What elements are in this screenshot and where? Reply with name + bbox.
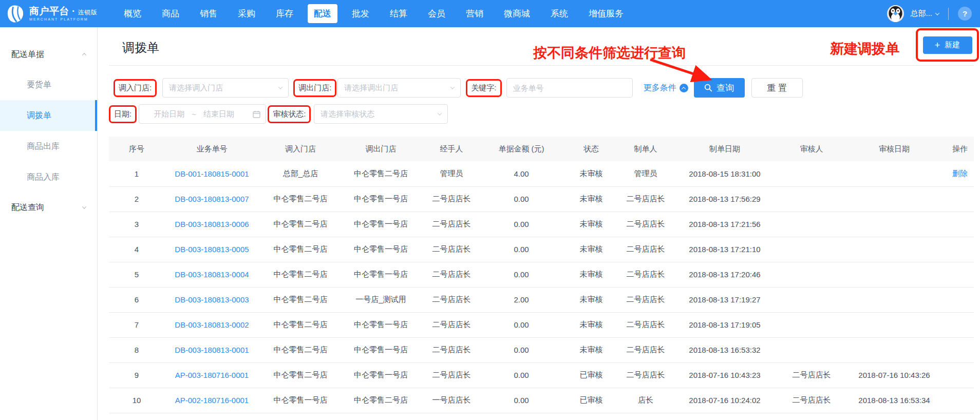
cell-amount: 0.00 bbox=[483, 212, 560, 237]
annotation-filter-note: 按不同条件筛选进行查询 bbox=[533, 44, 686, 62]
search-button[interactable]: 查询 bbox=[694, 78, 745, 98]
nav-item[interactable]: 增值服务 bbox=[582, 4, 630, 23]
more-conditions-link[interactable]: 更多条件 bbox=[644, 83, 688, 93]
cell-amount: 0.00 bbox=[483, 186, 560, 212]
cell-auditor bbox=[781, 312, 842, 337]
table-row: 1 DB-001-180815-0001 总部_总店 中仑零售二号店 管理员 4… bbox=[109, 161, 974, 186]
cell-auditor bbox=[781, 161, 842, 186]
transfer-order-table: 序号 业务单号 调入门店 调出门店 经手人 单据金额 (元) 状态 bbox=[109, 137, 974, 413]
nav-item[interactable]: 系统 bbox=[544, 4, 574, 23]
cell-action bbox=[946, 337, 974, 362]
date-end-placeholder: 结束日期 bbox=[203, 109, 234, 119]
brand-logo-icon bbox=[7, 5, 24, 23]
nav-item[interactable]: 销售 bbox=[194, 4, 223, 23]
cell-creator: 二号店店长 bbox=[623, 212, 669, 237]
cell-action bbox=[946, 362, 974, 388]
keyword-input[interactable] bbox=[506, 78, 633, 98]
table-row: 10 AP-002-180716-0001 中仑零售一号店 中仑零售二号店 一号… bbox=[109, 388, 974, 413]
nav-item[interactable]: 批发 bbox=[346, 4, 375, 23]
cell-handler: 二号店店长 bbox=[420, 287, 483, 312]
store-out-select[interactable]: 请选择调出门店 bbox=[337, 78, 461, 98]
cell-index: 4 bbox=[109, 237, 164, 262]
nav-item[interactable]: 结算 bbox=[384, 4, 413, 23]
cell-store-in: 总部_总店 bbox=[259, 161, 342, 186]
nav-item[interactable]: 营销 bbox=[460, 4, 489, 23]
cell-store-in: 中仑零售一号店 bbox=[259, 388, 342, 413]
cell-auditor: 二号店店长 bbox=[781, 388, 842, 413]
nav-item[interactable]: 商品 bbox=[156, 4, 185, 23]
chevron-down-icon[interactable] bbox=[935, 11, 939, 15]
cell-creator: 二号店店长 bbox=[623, 262, 669, 287]
cell-index: 5 bbox=[109, 262, 164, 287]
cell-action bbox=[946, 237, 974, 262]
order-no-link[interactable]: AP-003-180716-0001 bbox=[175, 371, 249, 379]
cell-status: 未审核 bbox=[560, 237, 623, 262]
cell-store-out: 中仑零售一号店 bbox=[342, 186, 420, 212]
cell-action bbox=[946, 212, 974, 237]
sidebar-group-delivery-orders[interactable]: 配送单据 bbox=[0, 40, 97, 69]
order-no-link[interactable]: DB-003-180813-0006 bbox=[175, 220, 249, 228]
cell-order-no: DB-003-180813-0001 bbox=[164, 337, 259, 362]
sidebar-item-request-order[interactable]: 要货单 bbox=[0, 69, 97, 100]
cell-action: 删除 bbox=[946, 161, 974, 186]
nav-item[interactable]: 会员 bbox=[422, 4, 451, 23]
audit-status-select[interactable]: 请选择审核状态 bbox=[314, 104, 448, 124]
column-header: 调出门店 bbox=[342, 137, 420, 161]
user-avatar[interactable] bbox=[887, 5, 904, 22]
cell-action bbox=[946, 312, 974, 337]
keyword-label: 关键字: bbox=[466, 79, 501, 97]
cell-action bbox=[946, 287, 974, 312]
date-range-input[interactable]: 开始日期 ~ 结束日期 bbox=[139, 104, 266, 124]
create-button[interactable]: + 新建 bbox=[923, 36, 972, 54]
reset-button[interactable]: 重 置 bbox=[751, 78, 803, 98]
cell-store-in: 中仑零售二号店 bbox=[259, 262, 342, 287]
cell-creator: 管理员 bbox=[623, 161, 669, 186]
more-conditions-label: 更多条件 bbox=[644, 83, 676, 93]
top-right: 总部... ? bbox=[887, 5, 980, 22]
sidebar-item-goods-inbound[interactable]: 商品入库 bbox=[0, 162, 97, 193]
cell-created-at: 2018-08-13 16:53:32 bbox=[669, 337, 781, 362]
table-row: 8 DB-003-180813-0001 中仑零售二号店 中仑零售一号店 二号店… bbox=[109, 337, 974, 362]
sidebar-group-delivery-query[interactable]: 配送查询 bbox=[0, 193, 97, 222]
order-no-link[interactable]: AP-002-180716-0001 bbox=[175, 396, 249, 405]
order-no-link[interactable]: DB-003-180813-0001 bbox=[175, 346, 249, 354]
cell-store-in: 中仑零售二号店 bbox=[259, 362, 342, 388]
order-no-link[interactable]: DB-003-180813-0007 bbox=[175, 195, 249, 203]
sidebar-group-label: 配送单据 bbox=[11, 49, 44, 60]
column-header: 经手人 bbox=[420, 137, 483, 161]
cell-audited-at bbox=[842, 237, 946, 262]
cell-action bbox=[946, 262, 974, 287]
cell-status: 未审核 bbox=[560, 212, 623, 237]
nav-item[interactable]: 微商城 bbox=[498, 4, 536, 23]
store-in-select[interactable]: 请选择调入门店 bbox=[162, 78, 289, 98]
cell-handler: 二号店店长 bbox=[420, 337, 483, 362]
table-row: 6 DB-003-180813-0003 中仑零售二号店 一号店_测试用 二号店… bbox=[109, 287, 974, 312]
delete-link[interactable]: 删除 bbox=[952, 169, 968, 178]
cell-handler: 二号店店长 bbox=[420, 262, 483, 287]
order-no-link[interactable]: DB-003-180813-0002 bbox=[175, 320, 249, 329]
nav-item[interactable]: 采购 bbox=[232, 4, 261, 23]
help-button[interactable]: ? bbox=[958, 7, 972, 21]
user-name[interactable]: 总部... bbox=[910, 9, 932, 18]
cell-order-no: DB-003-180813-0002 bbox=[164, 312, 259, 337]
nav-item[interactable]: 概览 bbox=[118, 4, 147, 23]
cell-order-no: DB-003-180813-0005 bbox=[164, 237, 259, 262]
cell-audited-at bbox=[842, 161, 946, 186]
order-no-link[interactable]: DB-003-180813-0003 bbox=[175, 295, 249, 304]
cell-creator: 二号店店长 bbox=[623, 337, 669, 362]
nav-item[interactable]: 配送 bbox=[308, 4, 337, 23]
nav-item[interactable]: 库存 bbox=[270, 4, 299, 23]
cell-creator: 二号店店长 bbox=[623, 312, 669, 337]
order-no-link[interactable]: DB-001-180815-0001 bbox=[175, 169, 249, 178]
date-start-placeholder: 开始日期 bbox=[154, 109, 184, 119]
order-no-link[interactable]: DB-003-180813-0005 bbox=[175, 245, 249, 254]
cell-status: 已审核 bbox=[560, 362, 623, 388]
cell-created-at: 2018-07-16 10:24:02 bbox=[669, 388, 781, 413]
sidebar-item-goods-outbound[interactable]: 商品出库 bbox=[0, 131, 97, 162]
cell-amount: 0.00 bbox=[483, 237, 560, 262]
sidebar-item-transfer-order[interactable]: 调拨单 bbox=[0, 100, 97, 131]
table-row: 4 DB-003-180813-0005 中仑零售二号店 中仑零售一号店 二号店… bbox=[109, 237, 974, 262]
cell-audited-at bbox=[842, 312, 946, 337]
order-no-link[interactable]: DB-003-180813-0004 bbox=[175, 270, 249, 279]
cell-order-no: DB-003-180813-0006 bbox=[164, 212, 259, 237]
